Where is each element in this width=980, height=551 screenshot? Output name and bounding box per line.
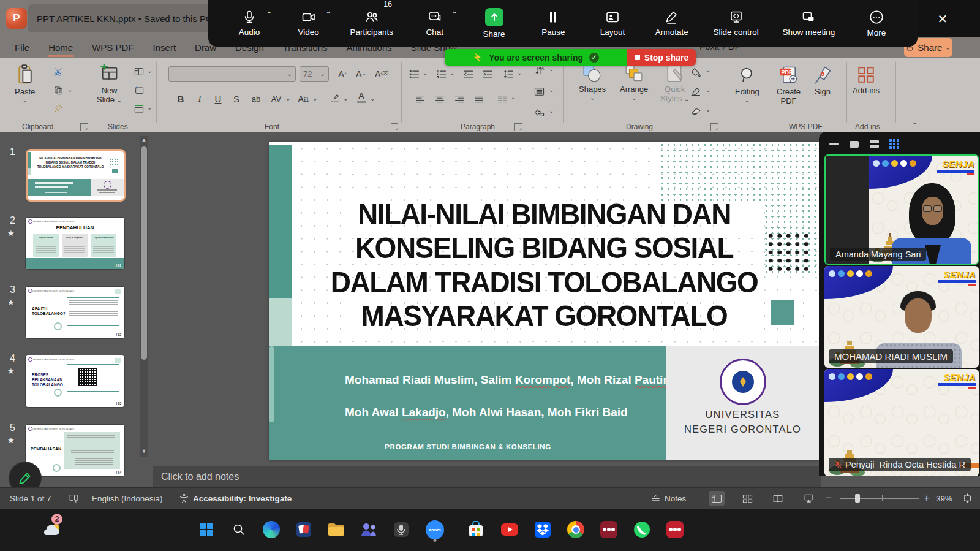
bullets-button[interactable] bbox=[409, 67, 420, 82]
arrange-button[interactable]: Arrange ⌄ bbox=[620, 64, 648, 101]
chevron-down-icon[interactable]: ⌄ bbox=[343, 96, 348, 101]
strip-view-button[interactable] bbox=[868, 139, 880, 150]
video-tile-penyaji[interactable]: SENJA Penyaji_Rinda Oct bbox=[824, 369, 979, 476]
whatsapp-icon[interactable] bbox=[628, 516, 655, 543]
share-screen-button[interactable]: Share bbox=[477, 0, 512, 47]
chevron-down-icon[interactable]: ⌄ bbox=[706, 68, 710, 73]
voice-recorder-icon[interactable] bbox=[388, 516, 415, 543]
slide-canvas[interactable]: NILAI-NILAI BIMBINGAN DAN KONSELING BIDA… bbox=[270, 142, 819, 460]
chevron-down-icon[interactable]: ⌄ bbox=[326, 7, 331, 15]
microsoft-store-icon[interactable] bbox=[462, 516, 489, 543]
add-ins-button[interactable]: Add-ins bbox=[853, 66, 880, 95]
slide-thumbnail-3[interactable]: UNIVERSITAS NEGERI GORONTALO APA ITU TOL… bbox=[26, 287, 124, 338]
chevron-down-icon[interactable]: ⌄ bbox=[511, 95, 516, 100]
font-name-combobox[interactable]: ⌄ bbox=[168, 66, 296, 82]
chevron-down-icon[interactable]: ⌄ bbox=[67, 88, 72, 93]
accessibility-status[interactable]: Accessibility: Investigate bbox=[179, 488, 292, 509]
shape-fill-button[interactable] bbox=[691, 64, 701, 79]
grow-font-button[interactable]: A^ bbox=[334, 66, 350, 81]
tab-home[interactable]: Home bbox=[47, 41, 74, 54]
align-center-button[interactable] bbox=[435, 91, 445, 106]
language-indicator[interactable]: English (Indonesia) bbox=[92, 488, 163, 509]
normal-view-button[interactable] bbox=[709, 491, 725, 506]
reset-slide-button[interactable] bbox=[132, 84, 146, 96]
decrease-indent-button[interactable] bbox=[463, 67, 473, 82]
zoom-in-button[interactable]: + bbox=[924, 488, 930, 509]
strikethrough-button[interactable]: ab bbox=[249, 91, 263, 106]
line-spacing-button[interactable] bbox=[503, 67, 514, 82]
annotate-button[interactable]: Annotate bbox=[654, 0, 690, 47]
slide-thumbnail-4[interactable]: UNIVERSITAS NEGERI GORONTALO PROSES PELA… bbox=[26, 355, 124, 407]
reading-view-button[interactable] bbox=[770, 491, 786, 506]
participants-button[interactable]: 16 Participants bbox=[350, 0, 394, 47]
zoom-slider-track[interactable] bbox=[840, 498, 919, 499]
quick-styles-button[interactable]: Quick Styles ⌄ bbox=[660, 64, 689, 103]
shrink-font-button[interactable]: A⌄ bbox=[353, 66, 369, 81]
file-explorer-icon[interactable] bbox=[323, 516, 350, 543]
chevron-down-icon[interactable]: ⌄ bbox=[452, 7, 458, 15]
slide-layout-button[interactable] bbox=[132, 66, 146, 78]
tab-file[interactable]: File bbox=[13, 41, 31, 54]
cut-button[interactable] bbox=[51, 66, 65, 78]
shape-effects-button[interactable] bbox=[691, 104, 701, 118]
chevron-down-icon[interactable]: ⌄ bbox=[147, 105, 152, 110]
create-pdf-button[interactable]: PDF Create PDF bbox=[777, 64, 801, 105]
drawing-dialog-launcher[interactable]: ⌟ bbox=[710, 123, 718, 131]
stop-share-button[interactable]: Stop share bbox=[627, 49, 696, 66]
spellcheck-button[interactable] bbox=[69, 488, 79, 509]
more-button[interactable]: More bbox=[859, 0, 894, 47]
font-color-button[interactable]: A bbox=[354, 90, 369, 105]
chevron-down-icon[interactable]: ⌄ bbox=[706, 107, 710, 112]
gallery-view-button[interactable] bbox=[888, 139, 900, 150]
chevron-down-icon[interactable]: ⌄ bbox=[549, 108, 554, 113]
clipboard-dialog-launcher[interactable]: ⌟ bbox=[80, 123, 88, 131]
close-icon[interactable]: ✕ bbox=[933, 10, 952, 28]
columns-button[interactable] bbox=[497, 91, 507, 106]
editing-button[interactable]: Editing ⌄ bbox=[735, 66, 760, 103]
video-tile-amanda[interactable]: SENJA bbox=[824, 154, 979, 265]
chevron-down-icon[interactable]: ⌄ bbox=[423, 70, 428, 75]
thumbnail-scrollbar-thumb[interactable] bbox=[141, 146, 147, 360]
slide-title[interactable]: NILAI-NILAI BIMBINGAN DAN KONSELING BIDA… bbox=[288, 197, 801, 332]
zoom-out-button[interactable]: − bbox=[826, 488, 832, 509]
increase-indent-button[interactable] bbox=[483, 67, 493, 82]
search-button[interactable] bbox=[225, 516, 252, 543]
character-spacing-button[interactable]: AV bbox=[268, 91, 284, 106]
convert-smartart-button[interactable] bbox=[534, 105, 545, 120]
align-left-button[interactable] bbox=[415, 91, 425, 106]
zoom-level[interactable]: 39% bbox=[936, 488, 952, 509]
teams-icon[interactable] bbox=[355, 516, 382, 543]
shadow-button[interactable]: S bbox=[230, 91, 243, 106]
bold-button[interactable]: B bbox=[175, 91, 187, 106]
show-meeting-button[interactable]: Show meeting bbox=[783, 0, 835, 47]
scroll-down-icon[interactable]: ▼ bbox=[140, 448, 148, 454]
scroll-up-icon[interactable]: ▲ bbox=[140, 137, 148, 143]
change-case-button[interactable]: Aa bbox=[295, 91, 311, 106]
slide-thumbnail-1[interactable]: NILAI-NILAI BIMBINGAN DAN KONSELING BIDA… bbox=[26, 149, 126, 202]
minimize-videos-button[interactable] bbox=[827, 139, 840, 150]
tab-wps-pdf[interactable]: WPS PDF bbox=[91, 41, 135, 54]
single-view-button[interactable] bbox=[848, 139, 860, 150]
edge-browser-icon[interactable] bbox=[258, 516, 285, 543]
layout-button[interactable]: Layout bbox=[595, 0, 630, 47]
zoom-slider-thumb[interactable] bbox=[855, 494, 860, 503]
chevron-down-icon[interactable]: ⌄ bbox=[266, 7, 272, 15]
chevron-down-icon[interactable]: ⌄ bbox=[370, 96, 375, 101]
slide-thumbnail-2[interactable]: UNIVERSITAS NEGERI GORONTALO PENDAHULUAN… bbox=[26, 218, 124, 269]
paste-button[interactable]: Paste ⌄ bbox=[15, 64, 35, 103]
chevron-down-icon[interactable]: ⌄ bbox=[549, 88, 554, 93]
chat-button[interactable]: ⌄ Chat bbox=[417, 0, 453, 47]
format-painter-button[interactable] bbox=[51, 102, 65, 115]
notes-toggle[interactable]: Notes bbox=[650, 488, 686, 509]
clear-formatting-button[interactable]: A⌫ bbox=[374, 66, 390, 81]
copy-button[interactable] bbox=[51, 84, 65, 96]
mendeley-icon[interactable] bbox=[595, 516, 622, 543]
chevron-down-icon[interactable]: ⌄ bbox=[517, 70, 522, 75]
justify-button[interactable] bbox=[474, 91, 484, 106]
youtube-icon[interactable] bbox=[496, 516, 523, 543]
notes-pane[interactable]: Click to add notes bbox=[153, 466, 821, 487]
zoom-app-icon[interactable]: zoom bbox=[421, 516, 448, 543]
new-slide-button[interactable]: New Slide ⌄ bbox=[97, 64, 122, 104]
fit-to-window-button[interactable] bbox=[959, 491, 975, 506]
shape-outline-button[interactable] bbox=[691, 84, 701, 99]
